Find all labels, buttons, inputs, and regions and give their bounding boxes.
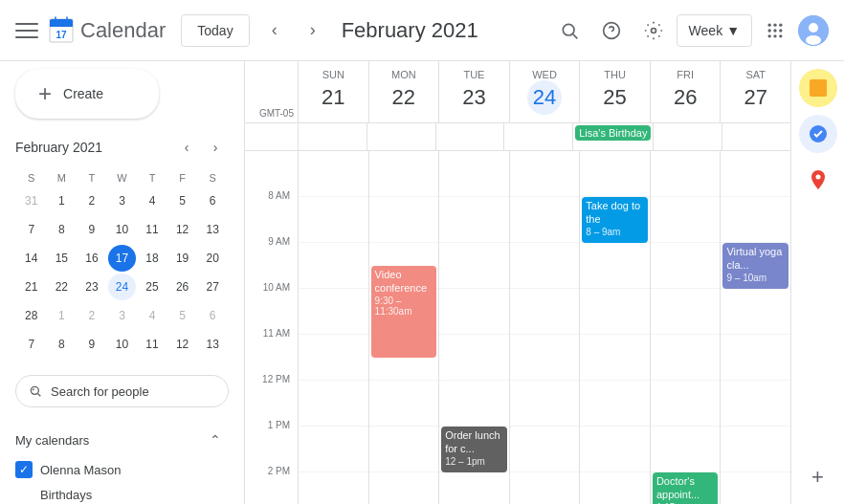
prev-arrow[interactable]: ‹ [257,13,292,48]
view-selector[interactable]: Week ▼ [677,14,752,47]
mini-cal-date[interactable]: 8 [48,216,77,243]
day-header-tue[interactable]: TUE23 [439,61,510,122]
day-col-6: Virtual yoga cla...9 – 10am [721,151,790,504]
today-button[interactable]: Today [181,14,249,47]
mini-cal-date[interactable]: 9 [78,216,106,243]
day-header-thu[interactable]: THU25 [580,61,651,122]
mini-cal-date[interactable]: 7 [17,331,46,358]
mini-cal-date[interactable]: 14 [17,245,46,272]
calendar-item[interactable]: Birthdays [15,482,229,504]
mini-cal-date[interactable]: 22 [48,274,77,300]
mini-cal-date[interactable]: 16 [78,245,106,272]
event-order-lunch[interactable]: Order lunch for c...12 – 1pm [441,427,507,472]
hour-line [369,197,439,243]
mini-cal-date[interactable]: 10 [108,331,137,358]
help-button[interactable] [592,11,631,50]
right-sidebar-add-icon[interactable]: + [799,458,837,496]
mini-cal-date[interactable]: 26 [168,274,197,300]
mini-cal-date[interactable]: 18 [138,245,167,272]
event-virtual-yoga[interactable]: Virtual yoga cla...9 – 10am [722,243,788,289]
calendar-checkbox[interactable]: ✓ [15,461,33,478]
right-sidebar-blue-icon[interactable] [799,115,837,153]
allday-cell-1 [367,123,436,150]
time-label: 10 AM [245,282,298,328]
event-video-conf[interactable]: Video conference9:30 – 11:30am [371,266,437,358]
menu-icon[interactable] [15,19,38,42]
mini-cal-date[interactable]: 5 [168,302,197,329]
hour-line [369,472,439,504]
mini-cal-date[interactable]: 6 [198,302,227,329]
right-sidebar-map-icon[interactable] [799,161,837,199]
mini-cal-prev[interactable]: ‹ [173,134,200,161]
day-number: 25 [598,80,633,115]
day-header-fri[interactable]: FRI26 [651,61,722,122]
mini-cal-date[interactable]: 12 [168,331,197,358]
my-calendars-list: ✓Olenna MasonBirthdaysRemindersTasks [15,457,229,504]
mini-cal-date[interactable]: 2 [78,187,106,214]
mini-cal-date[interactable]: 11 [138,331,167,358]
hour-line [510,472,580,504]
mini-cal-next[interactable]: › [202,134,229,161]
time-label: 1 PM [245,420,298,466]
mini-cal-date[interactable]: 3 [108,302,137,329]
day-header-mon[interactable]: MON22 [369,61,440,122]
mini-cal-date[interactable]: 9 [78,331,106,358]
mini-cal-date[interactable]: 2 [78,302,106,329]
hour-line [439,289,509,335]
app-name-text: Calendar [80,18,166,43]
mini-cal-date[interactable]: 28 [17,302,46,329]
calendar-item[interactable]: ✓Olenna Mason [15,457,229,482]
event-title: Virtual yoga cla... [726,245,785,273]
next-arrow[interactable]: › [296,13,330,48]
mini-cal-date[interactable]: 3 [108,187,137,214]
event-take-dog[interactable]: Take dog to the8 – 9am [582,197,648,243]
create-label: Create [63,86,103,101]
day-header-sun[interactable]: SUN21 [299,61,369,122]
mini-cal-date[interactable]: 21 [17,274,46,300]
avatar[interactable] [798,15,829,46]
search-people[interactable]: Search for people [15,375,229,407]
mini-cal-date[interactable]: 20 [198,245,227,272]
mini-cal-date[interactable]: 24 [108,274,137,300]
day-header-wed[interactable]: WED24 [510,61,581,122]
mini-cal-title: February 2021 [15,140,102,155]
mini-cal-date[interactable]: 8 [48,331,77,358]
mini-cal-date[interactable]: 5 [168,187,197,214]
mini-cal-date[interactable]: 6 [198,187,227,214]
mini-cal-date[interactable]: 17 [108,245,137,272]
mini-cal-date[interactable]: 27 [198,274,227,300]
mini-cal-date[interactable]: 13 [198,331,227,358]
calendar-checkbox[interactable] [15,486,33,503]
mini-cal-date[interactable]: 7 [17,216,46,243]
event-doctors[interactable]: Doctor's appoint...1:15 – 2:15pm [653,472,719,504]
mini-cal-date[interactable]: 11 [138,216,167,243]
settings-button[interactable] [634,11,673,50]
mini-cal-date[interactable]: 15 [48,245,77,272]
mini-cal-date[interactable]: 25 [138,274,167,300]
mini-cal-date[interactable]: 31 [17,187,46,214]
create-plus-icon: + [38,80,52,107]
create-button[interactable]: + Create [15,69,159,119]
allday-event[interactable]: Lisa's Birthday [575,125,651,141]
my-calendars-collapse[interactable]: ⌃ [202,427,229,453]
hour-line [299,472,368,504]
mini-cal-date[interactable]: 12 [168,216,197,243]
day-header-sat[interactable]: SAT27 [721,61,790,122]
mini-cal-date[interactable]: 23 [78,274,106,300]
apps-button[interactable] [756,11,794,50]
mini-cal-date[interactable]: 4 [138,302,167,329]
search-button[interactable] [550,11,589,50]
mini-cal-date[interactable]: 13 [198,216,227,243]
svg-rect-26 [810,79,827,97]
svg-line-25 [38,394,41,397]
mini-cal-date[interactable]: 4 [138,187,167,214]
my-calendars-header[interactable]: My calendars ⌃ [15,423,229,457]
day-number: 27 [739,80,773,115]
mini-cal-date[interactable]: 1 [48,302,77,329]
mini-cal-date[interactable]: 19 [168,245,197,272]
mini-cal-date[interactable]: 1 [48,187,77,214]
mini-cal-date[interactable]: 10 [108,216,137,243]
right-sidebar-yellow-icon[interactable] [799,69,837,107]
day-col-4: Take dog to the8 – 9am [580,151,651,504]
hour-line [580,151,650,197]
